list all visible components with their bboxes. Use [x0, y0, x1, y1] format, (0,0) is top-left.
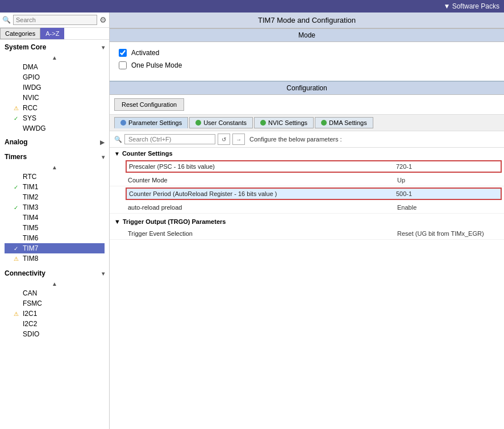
tab-user-constants[interactable]: User Constants [189, 117, 253, 128]
wwdg-label: WWDG [23, 124, 46, 132]
sidebar-item-tim8[interactable]: ⚠ TIM8 [5, 253, 105, 264]
gpio-label: GPIO [23, 73, 40, 81]
system-core-header[interactable]: System Core ▾ [0, 41, 109, 53]
tim3-check-icon: ✓ [14, 205, 20, 211]
analog-header[interactable]: Analog ▶ [0, 136, 109, 148]
reset-configuration-button[interactable]: Reset Configuration [114, 98, 184, 111]
sidebar-item-i2c1[interactable]: ⚠ I2C1 [5, 309, 105, 319]
system-core-items: DMA GPIO IWDG NVIC ⚠ [0, 62, 109, 134]
counter-mode-value: Up [397, 177, 499, 184]
timers-header[interactable]: Timers ▾ [0, 151, 109, 163]
sidebar-item-fsmc[interactable]: FSMC [5, 298, 105, 309]
auto-reload-row[interactable]: auto-reload preload Enable [110, 201, 504, 214]
tab-parameter-settings[interactable]: Parameter Settings [114, 117, 188, 128]
iwdg-label: IWDG [23, 84, 41, 91]
sidebar-item-tim7[interactable]: ✓ TIM7 [5, 243, 105, 253]
activated-row: Activated [119, 49, 495, 57]
tim8-warn-icon: ⚠ [14, 256, 20, 262]
configure-text: Configure the below parameters : [247, 136, 344, 143]
one-pulse-checkbox[interactable] [119, 61, 127, 69]
sys-check-icon: ✓ [14, 115, 20, 122]
activated-label: Activated [131, 49, 159, 57]
prescaler-name: Prescaler (PSC - 16 bits value) [129, 163, 396, 170]
counter-settings-label: Counter Settings [122, 150, 173, 157]
sidebar-item-tim3[interactable]: ✓ TIM3 [5, 202, 105, 213]
rtc-label: RTC [23, 173, 36, 181]
connectivity-header[interactable]: Connectivity ▾ [0, 267, 109, 280]
sidebar-item-can[interactable]: CAN [5, 288, 105, 298]
tab-dma-settings[interactable]: DMA Settings [315, 117, 373, 128]
config-section: Configuration Reset Configuration Parame… [110, 81, 504, 429]
i2c1-label: I2C1 [23, 310, 37, 318]
analog-label: Analog [5, 138, 28, 146]
timers-chevron: ▾ [102, 154, 105, 160]
connectivity-label: Connectivity [5, 269, 45, 277]
counter-mode-row[interactable]: Counter Mode Up [110, 174, 504, 186]
timers-scroll-up[interactable]: ▲ [0, 163, 109, 172]
prescaler-row[interactable]: Prescaler (PSC - 16 bits value) 720-1 [126, 160, 502, 173]
rcc-warn-icon: ⚠ [14, 105, 20, 111]
sidebar-item-sys[interactable]: ✓ SYS [5, 113, 105, 123]
prescaler-value: 720-1 [396, 163, 498, 170]
tim1-check-icon: ✓ [14, 184, 20, 190]
sidebar-item-rcc[interactable]: ⚠ RCC [5, 103, 105, 113]
gear-icon[interactable]: ⚙ [99, 15, 107, 24]
timers-items: RTC ✓ TIM1 TIM2 ✓ TIM3 [0, 172, 109, 264]
i2c2-label: I2C2 [23, 320, 37, 328]
system-core-chevron: ▾ [102, 44, 105, 51]
trigger-event-row[interactable]: Trigger Event Selection Reset (UG bit fr… [110, 227, 504, 240]
software-packs-label: ▼ Software Packs [443, 2, 499, 10]
software-packs-bar[interactable]: ▼ Software Packs [0, 0, 504, 13]
sidebar-item-tim2[interactable]: TIM2 [5, 192, 105, 202]
sidebar-item-tim5[interactable]: TIM5 [5, 223, 105, 233]
user-constants-label: User Constants [203, 119, 247, 126]
config-header-label: Configuration [286, 84, 327, 92]
sidebar-item-i2c2[interactable]: I2C2 [5, 319, 105, 329]
sidebar-item-tim4[interactable]: TIM4 [5, 213, 105, 223]
sidebar-tabs: Categories A->Z [0, 28, 109, 40]
sidebar-item-tim6[interactable]: TIM6 [5, 233, 105, 243]
search-icon: 🔍 [2, 16, 11, 24]
search-small-icon: 🔍 [114, 136, 122, 143]
mode-header-label: Mode [298, 31, 315, 39]
sidebar-item-tim1[interactable]: ✓ TIM1 [5, 182, 105, 192]
sidebar-item-sdio[interactable]: SDIO [5, 329, 105, 339]
config-tabs: Parameter Settings User Constants NVIC S… [110, 115, 504, 131]
tim4-label: TIM4 [23, 214, 38, 222]
counter-period-row[interactable]: Counter Period (AutoReload Register - 16… [126, 188, 502, 200]
rcc-label: RCC [23, 104, 38, 112]
nvic-settings-label: NVIC Settings [268, 119, 307, 126]
sidebar-item-wwdg[interactable]: WWDG [5, 123, 105, 134]
counter-collapse-icon: ▼ [114, 151, 120, 157]
tab-categories[interactable]: Categories [0, 28, 40, 39]
param-settings-label: Parameter Settings [128, 119, 182, 126]
system-core-scroll-up[interactable]: ▲ [0, 53, 109, 62]
trigger-event-value: Reset (UG bit from TIMx_EGR) [397, 230, 499, 237]
param-nav-next-button[interactable]: → [232, 134, 245, 145]
connectivity-scroll-up[interactable]: ▲ [0, 280, 109, 288]
trigger-output-group[interactable]: ▼ Trigger Output (TRGO) Parameters [110, 216, 504, 227]
sidebar-search-row: 🔍 ⚙ [0, 13, 109, 28]
param-nav-prev-button[interactable]: ↺ [218, 134, 230, 145]
fsmc-label: FSMC [23, 299, 42, 307]
user-constants-dot [195, 120, 201, 126]
tab-a-to-z[interactable]: A->Z [40, 28, 64, 39]
activated-checkbox[interactable] [119, 49, 127, 57]
sidebar-item-rtc[interactable]: RTC [5, 172, 105, 182]
sidebar-item-dma[interactable]: DMA [5, 62, 105, 72]
param-search-input[interactable] [124, 134, 215, 144]
sidebar-item-nvic[interactable]: NVIC [5, 93, 105, 103]
trigger-collapse-icon: ▼ [114, 218, 120, 225]
connectivity-section: Connectivity ▾ ▲ CAN FSMC ⚠ I2C1 [0, 267, 109, 339]
sidebar-item-gpio[interactable]: GPIO [5, 72, 105, 82]
trigger-output-label: Trigger Output (TRGO) Parameters [123, 218, 226, 225]
search-input[interactable] [13, 15, 97, 25]
counter-settings-group[interactable]: ▼ Counter Settings [110, 148, 504, 159]
tim7-check-icon: ✓ [14, 245, 20, 252]
sidebar-item-iwdg[interactable]: IWDG [5, 82, 105, 93]
tab-nvic-settings[interactable]: NVIC Settings [254, 117, 314, 128]
auto-reload-value: Enable [397, 204, 499, 211]
nvic-settings-dot [260, 120, 266, 126]
system-core-section: System Core ▾ ▲ DMA GPIO IWDG [0, 40, 109, 135]
connectivity-chevron: ▾ [102, 270, 105, 277]
